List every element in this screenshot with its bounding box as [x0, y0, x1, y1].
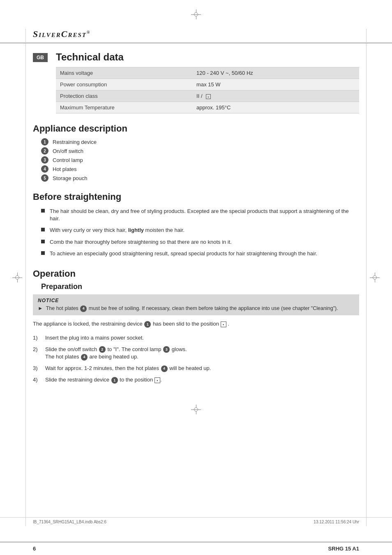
tech-value: 120 - 240 V ~, 50/60 Hz [192, 67, 359, 79]
crosshair-top [191, 9, 201, 19]
crosshair-right [370, 273, 380, 282]
technical-data-header: GB Technical data [33, 51, 359, 63]
tech-value: approx. 195°C [192, 102, 359, 113]
step-text-1: Insert the plug into a mains power socke… [45, 334, 144, 342]
main-content: GB Technical data Mains voltage 120 - 24… [0, 51, 392, 386]
steps-list: 1) Insert the plug into a mains power so… [33, 332, 359, 386]
bullet-text-4: To achieve an especially good straighten… [50, 250, 317, 257]
notice-text-before: The hot plates [46, 305, 80, 311]
bullet-icon [41, 209, 45, 213]
left-crosshair [12, 273, 22, 282]
right-crosshair [370, 273, 380, 282]
bottom-registration-marks [0, 395, 392, 424]
print-info: IB_71364_SRHG15A1_LB4.indb Abs2:6 13.12.… [0, 517, 392, 526]
bullet-icon [41, 251, 45, 255]
left-border [25, 29, 26, 526]
crosshair-circle-bottom [194, 407, 198, 412]
intro-period: . [228, 321, 229, 327]
crosshair-circle-left [15, 275, 19, 280]
list-item: 1) Insert the plug into a mains power so… [33, 332, 359, 344]
step2-icon-4: 4 [81, 354, 88, 361]
list-item: 5 Storage pouch [41, 173, 359, 183]
list-item: The hair should be clean, dry and free o… [41, 206, 359, 224]
footer-product-code: SRHG 15 A1 [328, 546, 359, 552]
step2-icon-3: 3 [163, 346, 170, 353]
step-num-2: 2) [33, 346, 41, 353]
list-item: With very curly or very thick hair, ligh… [41, 224, 359, 236]
bullet-list: The hair should be clean, dry and free o… [41, 206, 359, 259]
intro-text-before: The appliance is locked, the restraining… [33, 321, 144, 327]
item-label-5: Storage pouch [53, 175, 88, 181]
list-item: 2 On/off switch [41, 146, 359, 155]
list-item: 4) Slide the restraining device 1 to the… [33, 374, 359, 386]
bullet-text-2: With very curly or very thick hair, ligh… [50, 227, 184, 234]
appliance-description-section: Appliance description 1 Restraining devi… [33, 123, 359, 183]
notice-arrow: ► [38, 305, 43, 311]
item-number-2: 2 [41, 147, 48, 155]
notice-text: ► The hot plates 4 must be free of soili… [38, 305, 354, 312]
print-info-right: 13.12.2011 11:56:24 Uhr [314, 520, 359, 524]
before-straightening-section: Before straightening The hair should be … [33, 192, 359, 259]
tech-label: Mains voltage [56, 67, 192, 79]
step-text-3: Wait for approx. 1-2 minutes, then the h… [45, 365, 211, 372]
step4-icon-1: 1 [111, 377, 118, 384]
step-text-2: Slide the on/off switch 2 to "I". The co… [45, 346, 187, 361]
bullet-icon [41, 240, 45, 243]
tech-label: Power consumption [56, 79, 192, 90]
print-info-left: IB_71364_SRHG15A1_LB4.indb Abs2:6 [33, 520, 106, 524]
bold-word-lightly: lightly [128, 227, 144, 233]
item-number-5: 5 [41, 174, 48, 182]
list-item: To achieve an especially good straighten… [41, 248, 359, 259]
step2-icon-2: 2 [99, 346, 106, 353]
list-item: 3) Wait for approx. 1-2 minutes, then th… [33, 363, 359, 374]
item-number-1: 1 [41, 138, 48, 146]
bullet-text-3: Comb the hair thoroughly before straight… [50, 238, 232, 246]
tech-value: II / [192, 90, 359, 102]
preparation-section: Preparation NOTICE ► The hot plates 4 mu… [33, 282, 359, 386]
appliance-description-title: Appliance description [33, 123, 359, 134]
intro-square-icon: • [221, 321, 226, 327]
tech-label: Protection class [56, 90, 192, 102]
step-num-3: 3) [33, 365, 41, 372]
notice-box: NOTICE ► The hot plates 4 must be free o… [33, 294, 359, 316]
crosshair-left [12, 273, 22, 282]
item-label-3: Control lamp [53, 157, 83, 163]
list-item: 4 Hot plates [41, 164, 359, 173]
item-label-4: Hot plates [53, 166, 77, 172]
step-text-4: Slide the restraining device 1 to the po… [45, 376, 162, 384]
step-num-4: 4) [33, 376, 41, 384]
notice-icon-1: 4 [80, 305, 87, 312]
item-label-1: Restraining device [53, 139, 97, 145]
intro-text: The appliance is locked, the restraining… [33, 320, 359, 328]
page: SilverCrest® GB Technical data Mains vol… [0, 0, 392, 555]
right-border [366, 29, 367, 526]
notice-text-after: must be free of soiling. If necessary, c… [89, 305, 338, 311]
table-row: Mains voltage 120 - 240 V ~, 50/60 Hz [56, 67, 359, 79]
bullet-icon [41, 228, 45, 231]
operation-title: Operation [33, 268, 359, 279]
table-row: Protection class II / [56, 90, 359, 102]
header: SilverCrest® [0, 29, 392, 43]
notice-title: NOTICE [38, 298, 354, 303]
tech-value: max 15 W [192, 79, 359, 90]
item-number-4: 4 [41, 165, 48, 173]
item-label-2: On/off switch [53, 148, 83, 154]
technical-data-content: Mains voltage 120 - 240 V ~, 50/60 Hz Po… [56, 67, 359, 113]
page-number: 6 [33, 546, 36, 552]
technical-data-title: Technical data [56, 51, 124, 63]
gb-badge: GB [33, 53, 48, 62]
step4-square-icon: • [154, 377, 160, 383]
preparation-title: Preparation [41, 282, 359, 291]
top-registration-marks [0, 0, 392, 29]
tech-label: Maximum Temperature [56, 102, 192, 113]
operation-section: Operation Preparation NOTICE ► The hot p… [33, 268, 359, 386]
before-straightening-title: Before straightening [33, 192, 359, 202]
list-item: 3 Control lamp [41, 155, 359, 164]
footer: 6 SRHG 15 A1 [0, 542, 392, 555]
list-item: 1 Restraining device [41, 137, 359, 146]
bullet-text-1: The hair should be clean, dry and free o… [50, 208, 359, 222]
crosshair-circle [194, 12, 198, 16]
brand-logo: SilverCrest® [33, 29, 90, 39]
table-row: Power consumption max 15 W [56, 79, 359, 90]
tech-table: Mains voltage 120 - 240 V ~, 50/60 Hz Po… [56, 67, 359, 113]
